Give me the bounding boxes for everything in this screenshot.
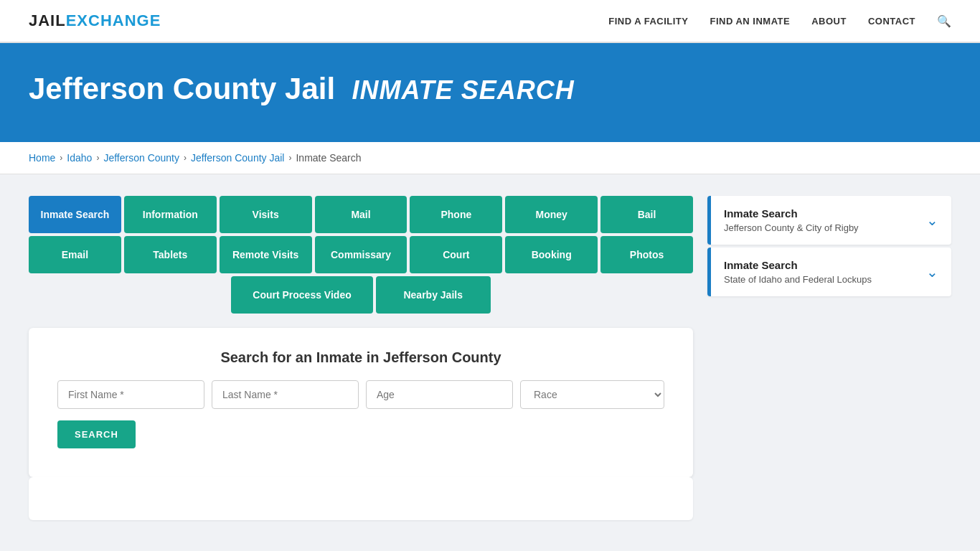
tab-court-process-video[interactable]: Court Process Video <box>231 276 372 314</box>
main-nav: FIND A FACILITY FIND AN INMATE ABOUT CON… <box>608 14 951 28</box>
tab-bail[interactable]: Bail <box>600 196 693 233</box>
sidebar-card-jefferson[interactable]: Inmate Search Jefferson County & City of… <box>707 196 951 245</box>
tab-visits[interactable]: Visits <box>220 196 312 233</box>
sidebar-card-jefferson-subtitle: Jefferson County & City of Rigby <box>724 222 859 233</box>
page-title: Jefferson County Jail INMATE SEARCH <box>29 72 951 106</box>
breadcrumb: Home › Idaho › Jefferson County › Jeffer… <box>29 152 951 164</box>
logo-exchange: EXCHANGE <box>66 11 161 29</box>
tab-mail[interactable]: Mail <box>315 196 407 233</box>
search-fields-row: Race White Black Hispanic Asian Other <box>57 380 664 409</box>
nav-find-inmate[interactable]: FIND AN INMATE <box>710 16 790 27</box>
page-title-tag: INMATE SEARCH <box>352 75 574 105</box>
chevron-down-icon-idaho: ⌄ <box>926 263 938 281</box>
page-title-main: Jefferson County Jail <box>29 72 335 105</box>
breadcrumb-idaho[interactable]: Idaho <box>67 152 92 164</box>
breadcrumb-sep-2: › <box>96 153 99 163</box>
tab-commissary[interactable]: Commissary <box>315 236 407 273</box>
tabs-row1: Inmate Search Information Visits Mail Ph… <box>29 196 693 233</box>
main-header: JAILEXCHANGE FIND A FACILITY FIND AN INM… <box>0 0 980 43</box>
tabs-row3: Court Process Video Nearby Jails <box>29 276 693 314</box>
nav-contact[interactable]: CONTACT <box>868 16 915 27</box>
tab-money[interactable]: Money <box>505 196 598 233</box>
sidebar-card-jefferson-text: Inmate Search Jefferson County & City of… <box>724 207 859 233</box>
breadcrumb-home[interactable]: Home <box>29 152 55 164</box>
race-select[interactable]: Race White Black Hispanic Asian Other <box>520 380 664 409</box>
content-left: Inmate Search Information Visits Mail Ph… <box>29 196 693 520</box>
breadcrumb-bar: Home › Idaho › Jefferson County › Jeffer… <box>0 142 980 174</box>
logo-jail: JAIL <box>29 11 66 29</box>
sidebar-card-idaho[interactable]: Inmate Search State of Idaho and Federal… <box>707 248 951 296</box>
tab-booking[interactable]: Booking <box>505 236 598 273</box>
breadcrumb-jail[interactable]: Jefferson County Jail <box>191 152 284 164</box>
sidebar-card-idaho-subtitle: State of Idaho and Federal Lockups <box>724 274 872 285</box>
search-button[interactable]: SEARCH <box>57 420 136 448</box>
nav-find-facility[interactable]: FIND A FACILITY <box>608 16 688 27</box>
tab-remote-visits[interactable]: Remote Visits <box>220 236 312 273</box>
breadcrumb-sep-3: › <box>184 153 187 163</box>
nav-about[interactable]: ABOUT <box>811 16 847 27</box>
breadcrumb-county[interactable]: Jefferson County <box>103 152 179 164</box>
sidebar: Inmate Search Jefferson County & City of… <box>707 196 951 299</box>
breadcrumb-sep-4: › <box>288 153 291 163</box>
search-form-container: Search for an Inmate in Jefferson County… <box>29 328 693 477</box>
bottom-placeholder <box>29 477 693 520</box>
tab-inmate-search[interactable]: Inmate Search <box>29 196 121 233</box>
tab-phone[interactable]: Phone <box>410 196 502 233</box>
last-name-input[interactable] <box>212 380 359 409</box>
tab-court[interactable]: Court <box>410 236 502 273</box>
age-input[interactable] <box>366 380 513 409</box>
sidebar-card-idaho-title: Inmate Search <box>724 259 872 271</box>
tab-information[interactable]: Information <box>124 196 217 233</box>
tabs-row2: Email Tablets Remote Visits Commissary C… <box>29 236 693 273</box>
tab-email[interactable]: Email <box>29 236 121 273</box>
first-name-input[interactable] <box>57 380 204 409</box>
tab-tablets[interactable]: Tablets <box>124 236 217 273</box>
hero-banner: Jefferson County Jail INMATE SEARCH <box>0 43 980 142</box>
sidebar-card-jefferson-title: Inmate Search <box>724 207 859 220</box>
logo[interactable]: JAILEXCHANGE <box>29 11 161 30</box>
tab-photos[interactable]: Photos <box>600 236 693 273</box>
search-form-title: Search for an Inmate in Jefferson County <box>57 349 664 366</box>
search-icon[interactable]: 🔍 <box>937 14 951 28</box>
breadcrumb-current: Inmate Search <box>296 152 361 164</box>
breadcrumb-sep-1: › <box>60 153 62 163</box>
tab-nearby-jails[interactable]: Nearby Jails <box>376 276 491 314</box>
chevron-down-icon-jefferson: ⌄ <box>926 212 938 229</box>
sidebar-card-idaho-text: Inmate Search State of Idaho and Federal… <box>724 259 872 285</box>
main-content: Inmate Search Information Visits Mail Ph… <box>0 174 980 542</box>
